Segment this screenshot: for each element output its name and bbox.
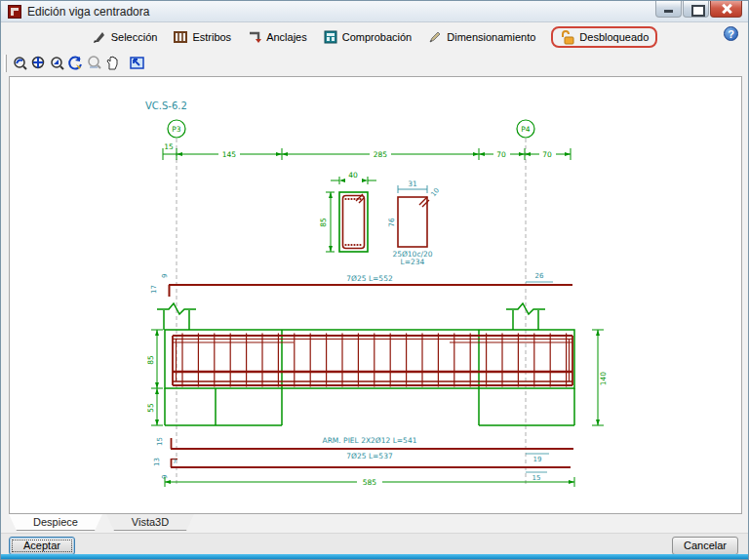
column-p3-bubble: P3	[168, 120, 185, 138]
redraw-icon[interactable]	[66, 54, 85, 72]
zoom-toolbar	[1, 51, 748, 75]
top-bar-hook-h: 9	[161, 274, 169, 278]
svg-text:P3: P3	[172, 125, 181, 134]
window-title: Edición viga centradora	[27, 5, 149, 19]
bottom-bar-left-h: 7	[173, 458, 177, 464]
view-tabs: Despiece Vista3D	[9, 514, 198, 533]
comprobacion-button[interactable]: Comprobación	[323, 29, 413, 45]
close-button[interactable]	[710, 1, 742, 18]
stirrup-detail: 31 10 76 25Ø10c/20 L=234	[387, 180, 441, 266]
beam-outline	[165, 330, 574, 425]
total-length: 585	[363, 478, 377, 487]
top-rebar: 7Ø25 L=552 9 17 26	[150, 272, 572, 297]
toolbar-grip	[4, 55, 7, 72]
piel-right: 19	[533, 456, 542, 463]
dim-285: 285	[374, 150, 388, 159]
zoom-extents-icon[interactable]	[29, 54, 48, 72]
piel-label: ARM. PIEL 2X2Ø12 L=541	[323, 436, 417, 445]
previous-view-icon[interactable]	[128, 54, 146, 72]
drawing-canvas[interactable]: VC.S-6.2 P3 P4	[9, 76, 742, 514]
aceptar-button[interactable]: Aceptar	[9, 537, 75, 555]
bottom-bar-left-v: 13	[153, 458, 161, 466]
bottom-bar-label: 7Ø25 L=537	[346, 452, 393, 460]
window-bottom-border	[1, 554, 748, 559]
stirrup-hook: 10	[429, 186, 441, 198]
selection-icon	[92, 29, 107, 45]
section-width: 40	[348, 171, 358, 180]
app-icon	[8, 5, 21, 19]
anclajes-button[interactable]: Anclajes	[247, 29, 307, 45]
beam-drawing: VC.S-6.2 P3 P4	[10, 77, 741, 513]
desbloqueado-highlight: Desbloqueado	[551, 26, 657, 48]
dialog-window: Edición viga centradora Selección Estrib…	[0, 0, 749, 560]
bottom-bar-right: 15	[532, 474, 541, 482]
desbloqueado-button[interactable]: Desbloqueado	[560, 29, 649, 45]
dim-145: 145	[222, 150, 237, 159]
unlock-icon	[560, 29, 575, 45]
beam-title: VC.S-6.2	[145, 100, 187, 111]
section-height: 85	[319, 218, 328, 227]
top-bar-label: 7Ø25 L=552	[346, 274, 393, 283]
dimensionamiento-button[interactable]: Dimensionamiento	[427, 29, 535, 45]
total-dimension: 585	[165, 477, 574, 487]
beam-rebar-grid	[173, 334, 572, 387]
pencil-icon	[427, 29, 443, 45]
piel-left: 15	[156, 437, 164, 446]
pan-hand-icon[interactable]	[103, 54, 122, 72]
svg-text:P4: P4	[521, 125, 531, 134]
dim-70a: 70	[496, 150, 506, 159]
seleccion-button[interactable]: Selección	[92, 29, 158, 45]
stirrup-length: L=234	[401, 258, 425, 266]
maximize-button[interactable]	[683, 1, 709, 18]
estribos-button[interactable]: Estribos	[173, 29, 231, 45]
help-button[interactable]: ?	[724, 26, 738, 41]
top-bar-hook-v: 17	[150, 285, 158, 294]
tab-vista3d[interactable]: Vista3D	[106, 514, 194, 531]
check-table-icon	[323, 29, 338, 45]
minimize-button[interactable]	[655, 1, 682, 18]
main-toolbar: Selección Estribos Anclajes Comprobaci	[1, 23, 748, 50]
stirrups-icon	[173, 29, 188, 45]
tab-despiece[interactable]: Despiece	[9, 514, 102, 531]
beam-below: 55	[146, 403, 155, 413]
stirrup-height: 76	[387, 218, 396, 227]
stirrup-width: 31	[408, 180, 417, 188]
beam-depth: 85	[146, 355, 155, 365]
zoom-previous-icon[interactable]	[48, 54, 66, 72]
dim-70b: 70	[542, 150, 552, 159]
cross-section: 40 85	[319, 171, 376, 252]
beam-total-depth: 140	[599, 372, 608, 386]
zoom-scale-icon[interactable]	[85, 54, 103, 72]
zoom-realtime-icon[interactable]	[11, 54, 29, 72]
cancelar-button[interactable]: Cancelar	[672, 537, 738, 555]
column-p4-bubble: P4	[517, 120, 534, 138]
title-bar: Edición viga centradora	[1, 1, 748, 22]
top-bar-right: 26	[535, 272, 544, 280]
anchor-icon	[247, 29, 262, 45]
dim-15: 15	[164, 142, 174, 151]
footer-bar: Aceptar Cancelar	[1, 533, 748, 556]
